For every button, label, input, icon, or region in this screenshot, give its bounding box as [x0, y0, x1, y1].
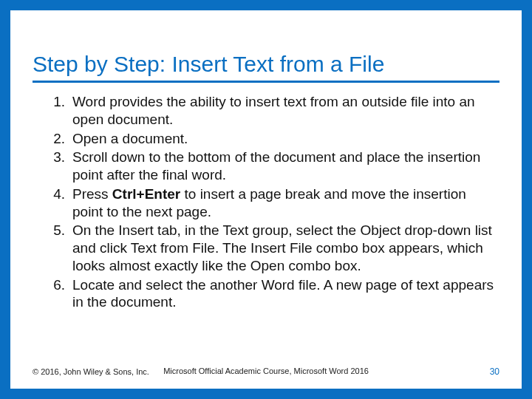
text-run: Press	[72, 186, 112, 202]
step-item: On the Insert tab, in the Text group, se…	[33, 222, 499, 274]
text-run: Scroll down to the bottom of the documen…	[72, 149, 480, 183]
slide-title: Step by Step: Insert Text from a File	[33, 52, 499, 83]
step-text: Press Ctrl+Enter to insert a page break …	[72, 186, 466, 219]
footer-course: Microsoft Official Academic Course, Micr…	[33, 366, 499, 375]
step-item: Scroll down to the bottom of the documen…	[33, 149, 499, 184]
step-text: Locate and select the another Word file.…	[72, 277, 494, 310]
step-text: Word provides the ability to insert text…	[72, 94, 475, 127]
text-run: Locate and select the another Word file.…	[72, 277, 494, 310]
step-text: Open a document.	[72, 131, 188, 146]
step-item: Word provides the ability to insert text…	[33, 93, 499, 129]
step-text: On the Insert tab, in the Text group, se…	[72, 222, 492, 273]
text-run: On the Insert tab, in the Text group, se…	[72, 222, 492, 273]
text-run: Open a document.	[72, 131, 188, 146]
step-list: Word provides the ability to insert text…	[33, 93, 499, 311]
step-item: Press Ctrl+Enter to insert a page break …	[33, 185, 499, 221]
bold-text: Ctrl+Enter	[112, 186, 180, 202]
text-run: Word provides the ability to insert text…	[72, 94, 475, 127]
slide: Step by Step: Insert Text from a File Wo…	[10, 10, 522, 389]
step-item: Open a document.	[33, 130, 499, 148]
step-item: Locate and select the another Word file.…	[33, 276, 499, 312]
slide-footer: Microsoft Official Academic Course, Micr…	[33, 366, 499, 377]
step-text: Scroll down to the bottom of the documen…	[72, 149, 480, 183]
